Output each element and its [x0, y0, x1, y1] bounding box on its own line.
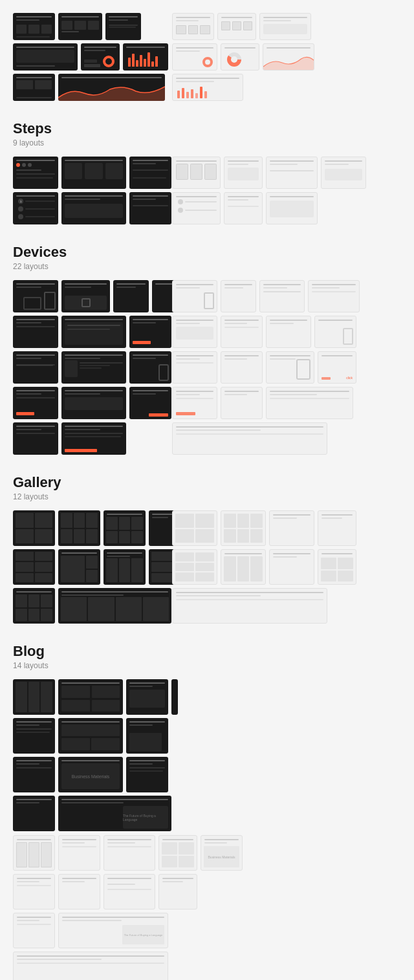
- steps-light-6[interactable]: [224, 192, 263, 224]
- stats-light-thumb-7[interactable]: [172, 74, 243, 101]
- blog-dark-3[interactable]: [126, 679, 168, 715]
- devices-light-4[interactable]: [308, 280, 360, 312]
- blog-dark-10[interactable]: [13, 796, 55, 831]
- blog-light-2[interactable]: [58, 835, 100, 871]
- stats-dark-thumb-6[interactable]: [123, 43, 168, 71]
- steps-light-2[interactable]: [224, 157, 263, 189]
- steps-dark-5[interactable]: [61, 192, 126, 224]
- blog-light-1[interactable]: [13, 835, 55, 871]
- devices-dark-13[interactable]: [129, 387, 171, 419]
- steps-dark-3[interactable]: [129, 157, 171, 189]
- devices-title: Devices: [13, 244, 401, 261]
- devices-light-2[interactable]: [221, 280, 256, 312]
- devices-light-6[interactable]: [221, 316, 263, 348]
- stats-dark-thumb-7[interactable]: [13, 74, 55, 101]
- stats-light-thumb-1[interactable]: [172, 13, 214, 40]
- gallery-dark-1[interactable]: [13, 510, 55, 546]
- devices-light-15[interactable]: [266, 387, 353, 419]
- devices-dark-15[interactable]: [61, 422, 126, 455]
- devices-dark-5[interactable]: [13, 316, 58, 348]
- blog-light-11[interactable]: The Future of Buying a Language: [58, 913, 168, 948]
- blog-dark-5[interactable]: [58, 718, 123, 754]
- stats-dark-thumb-1[interactable]: [13, 13, 55, 40]
- blog-light-12[interactable]: [13, 952, 168, 980]
- blog-dark-1[interactable]: [13, 679, 55, 715]
- blog-title: Blog: [13, 643, 401, 660]
- devices-light-10[interactable]: [221, 351, 263, 384]
- gallery-light-8[interactable]: [318, 549, 356, 585]
- gallery-dark-3[interactable]: [104, 510, 146, 546]
- stats-light-thumb-2[interactable]: [217, 13, 256, 40]
- devices-dark-12[interactable]: [61, 387, 126, 419]
- blog-dark-11[interactable]: The Future of Buying a Language: [58, 796, 171, 831]
- steps-light-3[interactable]: [266, 157, 318, 189]
- gallery-light-9[interactable]: [172, 588, 327, 624]
- blog-dark-4[interactable]: [13, 718, 55, 754]
- blog-dark-2[interactable]: [58, 679, 123, 715]
- devices-dark-8[interactable]: [13, 351, 58, 384]
- blog-dark-8[interactable]: Business Materials: [58, 757, 123, 792]
- blog-light-9[interactable]: [158, 874, 197, 909]
- devices-light-9[interactable]: [172, 351, 217, 384]
- gallery-light-4[interactable]: [318, 510, 356, 546]
- gallery-dark-9[interactable]: [13, 588, 55, 624]
- gallery-dark-5[interactable]: [13, 549, 55, 585]
- devices-light-13[interactable]: [172, 387, 217, 419]
- gallery-light-2[interactable]: [221, 510, 266, 546]
- blog-light-10[interactable]: [13, 913, 55, 948]
- devices-dark-7[interactable]: [129, 316, 171, 348]
- gallery-dark-2[interactable]: [58, 510, 100, 546]
- devices-dark-11[interactable]: [13, 387, 58, 419]
- stats-dark-thumb-4[interactable]: [13, 43, 78, 71]
- devices-dark-10[interactable]: [129, 351, 171, 384]
- steps-dark-2[interactable]: [61, 157, 126, 189]
- devices-light-1[interactable]: [172, 280, 217, 312]
- devices-light-16[interactable]: [172, 422, 327, 455]
- blog-light-6[interactable]: [13, 874, 55, 909]
- devices-dark-1[interactable]: [13, 280, 58, 312]
- steps-dark-1[interactable]: [13, 157, 58, 189]
- stats-light-thumb-4[interactable]: [172, 43, 217, 71]
- devices-dark-6[interactable]: [61, 316, 126, 348]
- steps-light-1[interactable]: [172, 157, 221, 189]
- stats-dark-thumb-8[interactable]: [58, 74, 165, 101]
- stats-light-thumb-3[interactable]: [259, 13, 311, 40]
- gallery-light-7[interactable]: [269, 549, 314, 585]
- stats-dark-thumb-2[interactable]: [58, 13, 102, 40]
- devices-dark-3[interactable]: [113, 280, 149, 312]
- blog-dark-7[interactable]: [13, 757, 55, 792]
- gallery-light-3[interactable]: [269, 510, 314, 546]
- devices-light-11[interactable]: [266, 351, 314, 384]
- devices-light-3[interactable]: [259, 280, 305, 312]
- devices-light-12[interactable]: click: [318, 351, 356, 384]
- devices-dark-9[interactable]: [61, 351, 126, 384]
- stats-light-thumb-6[interactable]: [263, 43, 314, 71]
- devices-dark-14[interactable]: [13, 422, 58, 455]
- devices-light-5[interactable]: [172, 316, 217, 348]
- steps-dark-4[interactable]: 1: [13, 192, 58, 224]
- devices-light-8[interactable]: [314, 316, 356, 348]
- blog-light-8[interactable]: [104, 874, 155, 909]
- steps-light-4[interactable]: [321, 157, 366, 189]
- gallery-dark-6[interactable]: [58, 549, 100, 585]
- steps-dark-6[interactable]: [129, 192, 171, 224]
- stats-dark-thumb-3[interactable]: [105, 13, 141, 40]
- devices-dark-2[interactable]: [61, 280, 110, 312]
- blog-light-3[interactable]: [104, 835, 155, 871]
- steps-light-5[interactable]: [172, 192, 221, 224]
- steps-light-7[interactable]: [266, 192, 318, 224]
- devices-light-14[interactable]: [221, 387, 263, 419]
- stats-light-thumb-5[interactable]: [221, 43, 259, 71]
- blog-light-4[interactable]: [158, 835, 197, 871]
- stats-dark-thumb-5[interactable]: [81, 43, 120, 71]
- devices-light-7[interactable]: [266, 316, 311, 348]
- gallery-dark-7[interactable]: [104, 549, 146, 585]
- blog-dark-9[interactable]: [126, 757, 168, 792]
- gallery-light-5[interactable]: [172, 549, 217, 585]
- gallery-light-1[interactable]: [172, 510, 217, 546]
- blog-light-7[interactable]: [58, 874, 100, 909]
- blog-dark-6[interactable]: [126, 718, 168, 754]
- gallery-dark-10[interactable]: [58, 588, 171, 624]
- blog-light-5[interactable]: Business Materials: [201, 835, 243, 871]
- gallery-light-6[interactable]: [221, 549, 266, 585]
